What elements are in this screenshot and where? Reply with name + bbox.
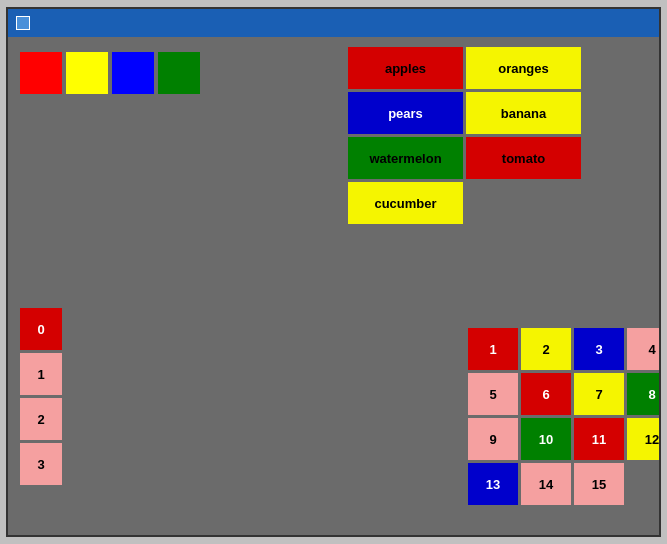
color-boxes: [20, 52, 200, 94]
grid-cell-13: 14: [521, 463, 571, 505]
list-item-2: 2: [20, 398, 62, 440]
color-box-red: [20, 52, 62, 94]
window-icon: [16, 16, 30, 30]
bottom-right-grid: 123456789101112131415: [468, 328, 659, 505]
grid-cell-4: 5: [468, 373, 518, 415]
grid-cell-11: 12: [627, 418, 659, 460]
grid-cell-6: 7: [574, 373, 624, 415]
fruit-cell-pears: pears: [348, 92, 463, 134]
bottom-left-list: 0123: [20, 308, 62, 485]
color-box-green: [158, 52, 200, 94]
fruit-cell-watermelon: watermelon: [348, 137, 463, 179]
grid-cell-14: 15: [574, 463, 624, 505]
grid-cell-7: 8: [627, 373, 659, 415]
fruit-grid: applesorangespearsbananawatermelontomato…: [348, 47, 581, 224]
fruit-cell-apples: apples: [348, 47, 463, 89]
grid-cell-3: 4: [627, 328, 659, 370]
color-box-blue: [112, 52, 154, 94]
grid-cell-15: [627, 463, 659, 505]
list-item-1: 1: [20, 353, 62, 395]
main-window: applesorangespearsbananawatermelontomato…: [6, 7, 661, 537]
fruit-cell-banana: banana: [466, 92, 581, 134]
grid-cell-5: 6: [521, 373, 571, 415]
fruit-cell-7: [466, 182, 581, 224]
fruit-cell-cucumber: cucumber: [348, 182, 463, 224]
fruit-cell-tomato: tomato: [466, 137, 581, 179]
grid-cell-10: 11: [574, 418, 624, 460]
titlebar: [8, 9, 659, 37]
content-area: applesorangespearsbananawatermelontomato…: [8, 37, 659, 535]
grid-cell-9: 10: [521, 418, 571, 460]
fruit-cell-oranges: oranges: [466, 47, 581, 89]
color-box-yellow: [66, 52, 108, 94]
grid-cell-12: 13: [468, 463, 518, 505]
list-item-3: 3: [20, 443, 62, 485]
list-item-0: 0: [20, 308, 62, 350]
grid-cell-2: 3: [574, 328, 624, 370]
grid-cell-1: 2: [521, 328, 571, 370]
grid-cell-8: 9: [468, 418, 518, 460]
grid-cell-0: 1: [468, 328, 518, 370]
